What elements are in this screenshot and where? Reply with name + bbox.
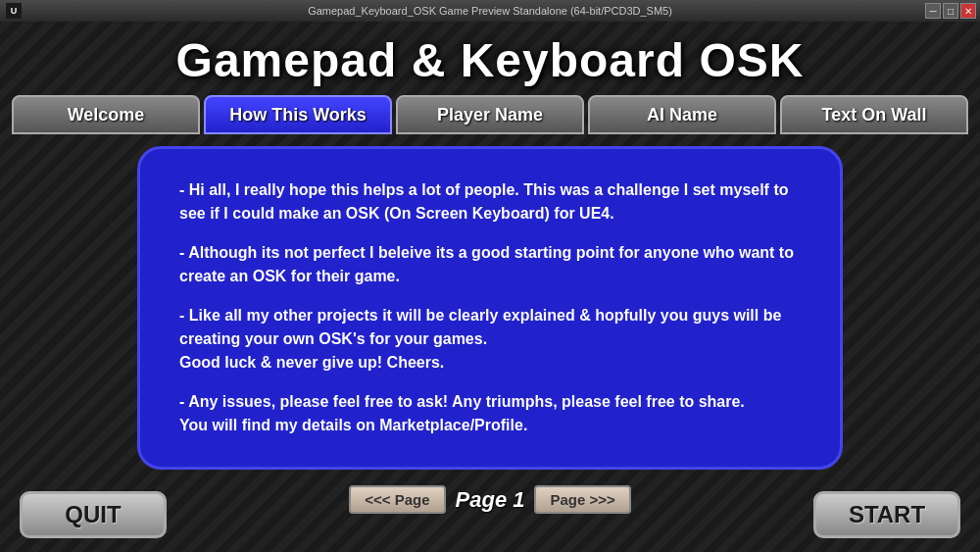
content-text: - Hi all, I really hope this helps a lot…: [179, 178, 801, 437]
minimize-button[interactable]: ─: [925, 3, 941, 19]
title-bar: U Gamepad_Keyboard_OSK Game Preview Stan…: [0, 0, 980, 22]
maximize-button[interactable]: □: [943, 3, 958, 19]
start-button[interactable]: START: [813, 491, 960, 538]
paragraph-2: - Although its not perfect I beleive its…: [179, 241, 801, 288]
titlebar-text: Gamepad_Keyboard_OSK Game Preview Standa…: [308, 5, 672, 17]
ue-logo: U: [6, 3, 22, 19]
paragraph-3: - Like all my other projects it will be …: [179, 304, 801, 375]
svg-text:U: U: [11, 6, 18, 16]
tab-bar: Welcome How This Works Player Name AI Na…: [10, 95, 970, 134]
window-controls[interactable]: ─ □ ✕: [925, 3, 976, 19]
tab-how-this-works[interactable]: How This Works: [204, 95, 392, 134]
tab-welcome[interactable]: Welcome: [12, 95, 200, 134]
close-button[interactable]: ✕: [960, 3, 976, 19]
paragraph-4-text: - Any issues, please feel free to ask! A…: [179, 393, 745, 433]
paragraph-4: - Any issues, please feel free to ask! A…: [179, 390, 801, 437]
tab-player-name[interactable]: Player Name: [396, 95, 584, 134]
content-wrapper: Gamepad & Keyboard OSK Welcome How This …: [0, 22, 980, 514]
tab-text-on-wall[interactable]: Text On Wall: [780, 95, 968, 134]
paragraph-1: - Hi all, I really hope this helps a lot…: [179, 178, 801, 226]
bottom-bar: QUIT START: [0, 491, 980, 538]
content-panel: - Hi all, I really hope this helps a lot…: [137, 146, 843, 470]
paragraph-3-text: - Like all my other projects it will be …: [179, 307, 781, 371]
tab-ai-name[interactable]: AI Name: [588, 95, 776, 134]
app-title: Gamepad & Keyboard OSK: [176, 33, 805, 87]
quit-button[interactable]: QUIT: [20, 491, 167, 538]
